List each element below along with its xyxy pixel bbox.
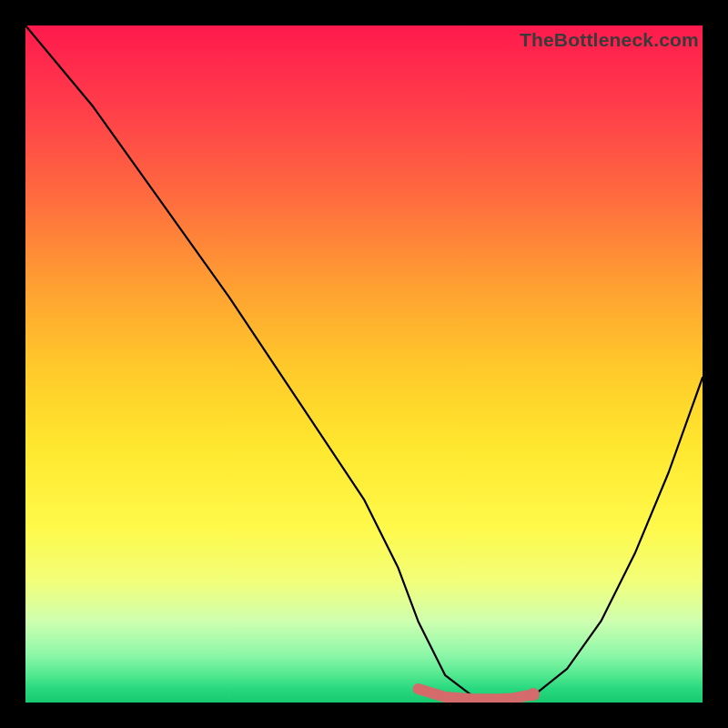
watermark-text: TheBottleneck.com bbox=[520, 29, 699, 51]
bottleneck-curve bbox=[25, 25, 703, 703]
curve-layer bbox=[25, 25, 703, 703]
optimal-segment bbox=[419, 689, 534, 699]
chart-frame: TheBottleneck.com bbox=[0, 0, 728, 728]
plot-area bbox=[25, 25, 703, 703]
optimal-endpoint-dot bbox=[527, 688, 540, 701]
